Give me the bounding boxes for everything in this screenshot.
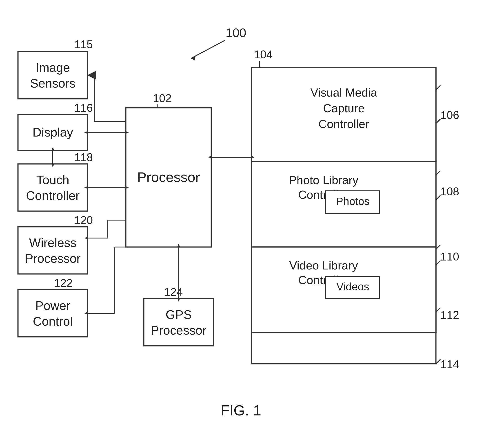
ref-104: 104 xyxy=(254,48,273,61)
svg-text:Power: Power xyxy=(35,299,70,313)
ref-116: 116 xyxy=(74,102,93,114)
svg-text:Image: Image xyxy=(36,61,70,75)
svg-text:Videos: Videos xyxy=(336,281,369,293)
svg-line-20 xyxy=(191,40,225,58)
ref-112: 112 xyxy=(441,309,459,321)
svg-text:Controller: Controller xyxy=(26,189,80,203)
svg-line-28 xyxy=(436,245,441,249)
svg-line-31 xyxy=(436,359,441,364)
svg-text:Processor: Processor xyxy=(151,323,207,337)
ref-124: 124 xyxy=(164,286,183,299)
diagram-container: Processor Image Sensors Display Touch Co… xyxy=(0,0,482,448)
svg-text:Visual Media: Visual Media xyxy=(311,86,377,99)
svg-line-29 xyxy=(436,260,441,265)
svg-line-27 xyxy=(436,195,441,200)
ref-102: 102 xyxy=(153,92,171,105)
ref-106: 106 xyxy=(441,109,459,121)
svg-text:Touch: Touch xyxy=(36,173,69,187)
svg-text:Video Library: Video Library xyxy=(289,259,358,272)
image-sensors-box xyxy=(18,52,88,99)
ref-100: 100 xyxy=(226,26,246,40)
ref-114: 114 xyxy=(441,358,459,371)
svg-text:Photo Library: Photo Library xyxy=(289,173,358,187)
svg-text:Photos: Photos xyxy=(336,195,370,207)
processor-label: Processor xyxy=(137,169,200,185)
svg-line-30 xyxy=(436,308,441,312)
ref-118: 118 xyxy=(74,151,93,164)
svg-text:Sensors: Sensors xyxy=(30,76,75,90)
power-control-box xyxy=(18,290,88,337)
svg-text:Display: Display xyxy=(32,125,73,139)
ref-120: 120 xyxy=(74,214,93,227)
svg-line-26 xyxy=(436,171,441,175)
svg-text:GPS: GPS xyxy=(166,308,192,322)
gps-processor-box xyxy=(144,299,213,346)
ref-122: 122 xyxy=(54,277,72,290)
touch-controller-box xyxy=(18,164,88,211)
svg-text:Control: Control xyxy=(33,314,72,328)
svg-text:Capture: Capture xyxy=(323,102,365,115)
svg-marker-21 xyxy=(191,56,195,61)
ref-108: 108 xyxy=(441,185,459,198)
wireless-processor-box xyxy=(18,227,88,274)
svg-line-25 xyxy=(436,119,441,124)
ref-110: 110 xyxy=(441,250,459,263)
svg-line-24 xyxy=(436,85,441,90)
svg-text:Wireless: Wireless xyxy=(29,236,77,250)
svg-text:Processor: Processor xyxy=(25,252,81,265)
figure-label: FIG. 1 xyxy=(221,402,261,419)
ref-115: 115 xyxy=(74,38,93,51)
svg-text:Controller: Controller xyxy=(318,118,369,130)
